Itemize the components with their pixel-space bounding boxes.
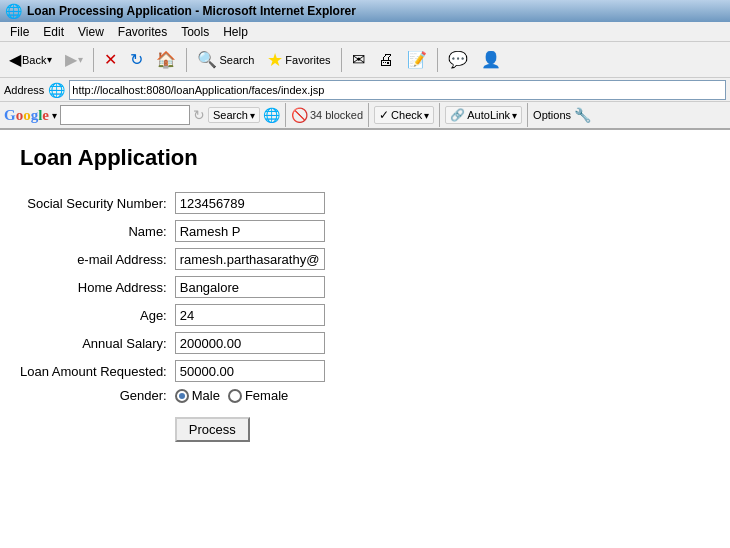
google-sep-3 [439, 103, 440, 127]
back-button[interactable]: ◀ Back ▾ [4, 47, 57, 72]
label-salary: Annual Salary: [20, 329, 175, 357]
google-search-label: Search [213, 109, 248, 121]
content-area: Loan Application Social Security Number:… [0, 130, 730, 460]
form-row-ssn: Social Security Number: [20, 189, 331, 217]
google-refresh-icon: ↻ [193, 107, 205, 123]
address-bar: Address 🌐 [0, 78, 730, 102]
profile-button[interactable]: 👤 [476, 47, 506, 72]
male-option[interactable]: Male [175, 388, 220, 403]
google-logo: Google [4, 107, 49, 124]
favorites-button[interactable]: ★ Favorites [262, 46, 335, 74]
input-email[interactable] [175, 248, 325, 270]
home-icon: 🏠 [156, 50, 176, 69]
google-dropdown-icon[interactable]: ▾ [52, 110, 57, 121]
msn-icon: 💬 [448, 50, 468, 69]
menu-bar: File Edit View Favorites Tools Help [0, 22, 730, 42]
popup-blocker-icon: 🚫 [291, 107, 308, 123]
menu-favorites[interactable]: Favorites [112, 24, 173, 40]
form-row-loan-amount: Loan Amount Requested: [20, 357, 331, 385]
autolink-dropdown-icon[interactable]: ▾ [512, 110, 517, 121]
page-title: Loan Application [20, 145, 710, 171]
search-icon: 🔍 [197, 50, 217, 69]
form-row-email: e-mail Address: [20, 245, 331, 273]
check-icon: ✓ [379, 108, 389, 122]
submit-cell: Process [175, 406, 331, 445]
label-loan-amount: Loan Amount Requested: [20, 357, 175, 385]
menu-file[interactable]: File [4, 24, 35, 40]
back-icon: ◀ [9, 50, 21, 69]
female-option[interactable]: Female [228, 388, 288, 403]
mail-button[interactable]: ✉ [347, 47, 370, 72]
google-toolbar: Google ▾ ↻ Search ▾ 🌐 🚫 34 blocked ✓ Che… [0, 102, 730, 130]
male-label: Male [192, 388, 220, 403]
forward-button[interactable]: ▶ ▾ [60, 47, 88, 72]
address-label: Address [4, 84, 44, 96]
label-ssn: Social Security Number: [20, 189, 175, 217]
sep-1 [93, 48, 94, 72]
female-radio[interactable] [228, 389, 242, 403]
submit-row: Process [20, 406, 331, 445]
gender-row: Gender: Male Female [20, 385, 331, 406]
google-sep-4 [527, 103, 528, 127]
options-label[interactable]: Options [533, 109, 571, 121]
check-dropdown-icon[interactable]: ▾ [424, 110, 429, 121]
menu-tools[interactable]: Tools [175, 24, 215, 40]
sep-2 [186, 48, 187, 72]
form-row-salary: Annual Salary: [20, 329, 331, 357]
input-name[interactable] [175, 220, 325, 242]
toolbar: ◀ Back ▾ ▶ ▾ ✕ ↻ 🏠 🔍 Search ★ Favorites … [0, 42, 730, 78]
back-label: Back [22, 54, 46, 66]
mail-icon: ✉ [352, 50, 365, 69]
autolink-label: AutoLink [467, 109, 510, 121]
male-radio[interactable] [175, 389, 189, 403]
menu-edit[interactable]: Edit [37, 24, 70, 40]
process-button[interactable]: Process [175, 417, 250, 442]
address-input[interactable] [69, 80, 726, 100]
stop-button[interactable]: ✕ [99, 47, 122, 72]
address-globe-icon: 🌐 [48, 82, 65, 98]
check-label: Check [391, 109, 422, 121]
forward-dropdown-icon[interactable]: ▾ [78, 54, 83, 65]
home-button[interactable]: 🏠 [151, 47, 181, 72]
input-cell-address [175, 273, 331, 301]
gender-label: Gender: [20, 385, 175, 406]
menu-view[interactable]: View [72, 24, 110, 40]
input-cell-name [175, 217, 331, 245]
sep-4 [437, 48, 438, 72]
refresh-button[interactable]: ↻ [125, 47, 148, 72]
print-button[interactable]: 🖨 [373, 48, 399, 72]
globe-icon: 🌐 [263, 107, 280, 123]
female-label: Female [245, 388, 288, 403]
google-search-button[interactable]: Search ▾ [208, 107, 260, 123]
submit-label-cell [20, 406, 175, 445]
google-search-input[interactable] [60, 105, 190, 125]
blocked-label: 34 blocked [310, 109, 363, 121]
google-sep-1 [285, 103, 286, 127]
search-button[interactable]: 🔍 Search [192, 47, 259, 72]
back-dropdown-icon[interactable]: ▾ [47, 54, 52, 65]
menu-help[interactable]: Help [217, 24, 254, 40]
check-button[interactable]: ✓ Check ▾ [374, 106, 434, 124]
sep-3 [341, 48, 342, 72]
input-address[interactable] [175, 276, 325, 298]
input-ssn[interactable] [175, 192, 325, 214]
autolink-icon: 🔗 [450, 108, 465, 122]
loan-form: Social Security Number: Name: e-mail Add… [20, 189, 331, 445]
input-cell-salary [175, 329, 331, 357]
google-search-dropdown-icon[interactable]: ▾ [250, 110, 255, 121]
title-bar: 🌐 Loan Processing Application - Microsof… [0, 0, 730, 22]
label-name: Name: [20, 217, 175, 245]
input-loan-amount[interactable] [175, 360, 325, 382]
form-row-age: Age: [20, 301, 331, 329]
favorites-label: Favorites [285, 54, 330, 66]
input-salary[interactable] [175, 332, 325, 354]
label-email: e-mail Address: [20, 245, 175, 273]
google-sep-2 [368, 103, 369, 127]
autolink-button[interactable]: 🔗 AutoLink ▾ [445, 106, 522, 124]
input-age[interactable] [175, 304, 325, 326]
label-age: Age: [20, 301, 175, 329]
msn-button[interactable]: 💬 [443, 47, 473, 72]
edit-button[interactable]: 📝 [402, 47, 432, 72]
print-icon: 🖨 [378, 51, 394, 69]
gender-options-cell: Male Female [175, 385, 331, 406]
